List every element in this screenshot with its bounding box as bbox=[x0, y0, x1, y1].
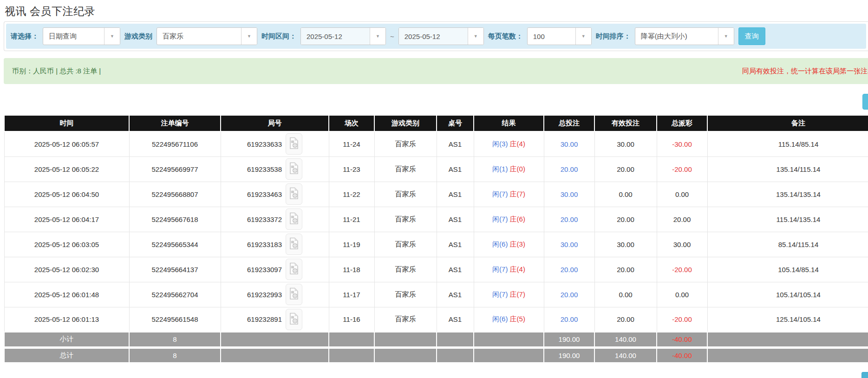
total-bet-link[interactable]: 20.00 bbox=[561, 291, 578, 299]
video-replay-button[interactable] bbox=[286, 209, 302, 230]
result-player: 闲(6) bbox=[492, 240, 508, 248]
cell-payout: -20.00 bbox=[657, 307, 707, 332]
cell-total-bet: 20.00 bbox=[544, 156, 594, 182]
cell-remark: 135.14/115.14 bbox=[707, 156, 868, 182]
cell-total-bet: 30.00 bbox=[544, 182, 594, 207]
subtotal-row: 小计 8 190.00 140.00 -40.00 bbox=[4, 332, 868, 347]
total-bet-link[interactable]: 20.00 bbox=[561, 266, 578, 274]
result-player: 闲(7) bbox=[492, 290, 508, 298]
per-page-label: 每页笔数： bbox=[488, 32, 523, 41]
header-remark: 备注 bbox=[707, 115, 868, 131]
video-file-icon bbox=[289, 187, 299, 201]
cell-valid-bet: 20.00 bbox=[594, 307, 657, 332]
sort-order-select[interactable]: 降幂(由大到小) ▼ bbox=[635, 27, 734, 45]
cell-round-id: 619233538 bbox=[221, 156, 329, 182]
cell-time: 2025-05-12 06:01:13 bbox=[4, 307, 129, 332]
total-bet-link[interactable]: 20.00 bbox=[561, 315, 578, 323]
cell-session: 11-22 bbox=[329, 182, 374, 207]
filter-panel: 请选择： 日期查询 ▼ 游戏类别 百家乐 ▼ 时间区间： 2025-05-12 … bbox=[4, 21, 868, 51]
cell-game-type: 百家乐 bbox=[374, 257, 437, 282]
table-row: 2025-05-12 06:02:30 522495664137 6192330… bbox=[4, 257, 868, 282]
video-replay-button[interactable] bbox=[286, 133, 302, 155]
video-replay-button[interactable] bbox=[286, 309, 302, 330]
cell-table-no: AS1 bbox=[437, 156, 474, 182]
cell-valid-bet: 20.00 bbox=[594, 156, 657, 182]
game-type-value: 百家乐 bbox=[157, 28, 241, 45]
cell-total-bet: 30.00 bbox=[544, 131, 594, 156]
subtotal-valid-bet: 140.00 bbox=[594, 332, 657, 347]
table-header-row: 时间 注单编号 局号 场次 游戏类别 桌号 结果 总投注 有效投注 总派彩 备注 bbox=[4, 115, 868, 131]
per-page-select[interactable]: 100 ▼ bbox=[527, 27, 592, 45]
date-range-separator: ~ bbox=[390, 33, 394, 40]
result-banker: 庄(6) bbox=[510, 215, 525, 223]
cell-bet-id: 522495661548 bbox=[129, 307, 221, 332]
cell-bet-id: 522495669977 bbox=[129, 156, 221, 182]
date-from-picker[interactable]: 2025-05-12 ▼ bbox=[300, 27, 386, 45]
cell-remark: 105.14/105.14 bbox=[707, 282, 868, 307]
cell-total-bet: 20.00 bbox=[544, 207, 594, 232]
cell-result: 闲(7) 庄(7) bbox=[474, 282, 544, 307]
subtotal-payout: -40.00 bbox=[657, 332, 707, 347]
result-banker: 庄(4) bbox=[510, 140, 525, 148]
table-row: 2025-05-12 06:01:13 522495661548 6192328… bbox=[4, 307, 868, 332]
sort-order-label: 时间排序： bbox=[596, 32, 631, 41]
result-banker: 庄(7) bbox=[510, 190, 525, 198]
chevron-down-icon: ▼ bbox=[241, 28, 257, 45]
total-bet-link[interactable]: 20.00 bbox=[561, 215, 578, 223]
round-id-text: 619233463 bbox=[247, 190, 282, 198]
total-bet-link[interactable]: 20.00 bbox=[561, 165, 578, 173]
date-from-value: 2025-05-12 bbox=[301, 28, 370, 45]
per-page-value: 100 bbox=[528, 28, 575, 45]
bottom-right-button-clipped[interactable] bbox=[861, 372, 868, 378]
video-file-icon bbox=[289, 287, 299, 301]
cell-remark: 105.14/85.14 bbox=[707, 257, 868, 282]
video-replay-button[interactable] bbox=[286, 259, 302, 280]
cell-result: 闲(7) 庄(6) bbox=[474, 207, 544, 232]
cell-remark: 85.14/115.14 bbox=[707, 232, 868, 257]
game-type-label: 游戏类别 bbox=[124, 32, 152, 41]
currency-total-text: 币别：人民币 | 总共 :8 注单 | bbox=[12, 67, 101, 76]
header-round-id: 局号 bbox=[221, 115, 329, 131]
table-row: 2025-05-12 06:05:22 522495669977 6192335… bbox=[4, 156, 868, 182]
total-payout: -40.00 bbox=[657, 347, 707, 363]
cell-bet-id: 522495667618 bbox=[129, 207, 221, 232]
cell-time: 2025-05-12 06:05:57 bbox=[4, 131, 129, 156]
valid-bet-notice: 同局有效投注，统一计算在该局第一张注单内 bbox=[742, 67, 868, 76]
total-bet-link[interactable]: 30.00 bbox=[561, 140, 578, 148]
cell-remark: 115.14/85.14 bbox=[707, 131, 868, 156]
cell-remark: 135.14/135.14 bbox=[707, 182, 868, 207]
query-type-select[interactable]: 日期查询 ▼ bbox=[43, 27, 120, 45]
total-bet-link[interactable]: 30.00 bbox=[561, 190, 578, 198]
date-to-picker[interactable]: 2025-05-12 ▼ bbox=[398, 27, 484, 45]
cell-round-id: 619233183 bbox=[221, 232, 329, 257]
cell-result: 闲(7) 庄(7) bbox=[474, 182, 544, 207]
currency-summary-bar: 币别：人民币 | 总共 :8 注单 | 同局有效投注，统一计算在该局第一张注单内 bbox=[4, 58, 868, 84]
cell-time: 2025-05-12 06:01:48 bbox=[4, 282, 129, 307]
date-to-value: 2025-05-12 bbox=[399, 28, 468, 45]
cell-session: 11-24 bbox=[329, 131, 374, 156]
sort-order-value: 降幂(由大到小) bbox=[635, 28, 718, 45]
table-row: 2025-05-12 06:04:50 522495668807 6192334… bbox=[4, 182, 868, 207]
video-replay-button[interactable] bbox=[286, 183, 302, 205]
round-id-text: 619233372 bbox=[247, 215, 282, 223]
video-replay-button[interactable] bbox=[286, 284, 302, 305]
cell-bet-id: 522495671106 bbox=[129, 131, 221, 156]
game-type-select[interactable]: 百家乐 ▼ bbox=[157, 27, 257, 45]
video-replay-button[interactable] bbox=[286, 234, 302, 255]
cell-session: 11-23 bbox=[329, 156, 374, 182]
cell-bet-id: 522495662704 bbox=[129, 282, 221, 307]
header-session: 场次 bbox=[329, 115, 374, 131]
round-id-text: 619233097 bbox=[247, 266, 282, 274]
header-payout: 总派彩 bbox=[657, 115, 707, 131]
bets-table-wrap: 时间 注单编号 局号 场次 游戏类别 桌号 结果 总投注 有效投注 总派彩 备注… bbox=[4, 115, 868, 363]
cell-total-bet: 20.00 bbox=[544, 282, 594, 307]
chevron-down-icon: ▼ bbox=[718, 28, 734, 45]
export-button-clipped[interactable] bbox=[862, 94, 868, 110]
cell-table-no: AS1 bbox=[437, 182, 474, 207]
search-button[interactable]: 查询 bbox=[738, 27, 765, 45]
video-file-icon bbox=[289, 262, 299, 276]
cell-time: 2025-05-12 06:04:17 bbox=[4, 207, 129, 232]
total-count: 8 bbox=[129, 347, 221, 363]
video-replay-button[interactable] bbox=[286, 158, 302, 180]
total-bet-link[interactable]: 30.00 bbox=[561, 241, 578, 248]
